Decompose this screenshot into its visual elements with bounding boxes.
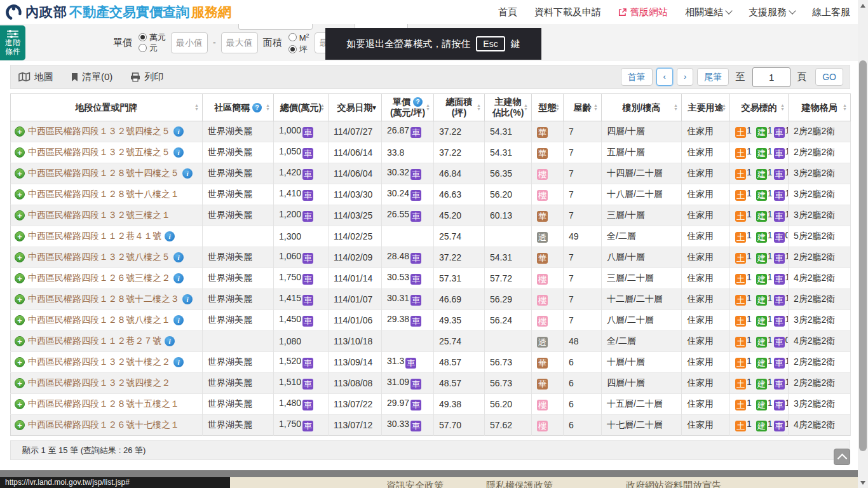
vertical-scrollbar[interactable] [858,0,868,488]
scroll-up-arrow[interactable] [860,4,865,8]
help-icon[interactable]: ? [413,97,423,107]
table-row[interactable]: +中西區民權路四段１３２號三樓之１世界湖美麗1,200車114/03/2526.… [11,205,851,226]
address-link[interactable]: 中西區民權路四段１３２號四樓之２ [28,377,170,389]
info-icon[interactable]: i [173,357,184,367]
saved-list-button[interactable]: 清單(0) [71,71,112,83]
last-page-button[interactable]: 尾筆 [697,68,729,86]
info-icon[interactable]: i [173,315,184,325]
expand-icon[interactable]: + [15,294,25,304]
address-link[interactable]: 中西區民權路四段１２８號十五樓之１ [28,398,179,410]
table-row[interactable]: +中西區民權路四段１２６號三樓之２i世界湖美麗1,750車114/01/1430… [11,268,851,289]
next-page-button[interactable]: › [677,68,693,86]
expand-icon[interactable]: + [15,357,25,367]
first-page-button[interactable]: 首筆 [621,68,653,86]
scroll-down-arrow[interactable] [860,481,865,485]
page-number-input[interactable] [752,67,790,87]
radio-option-wan[interactable]: 萬元 [139,33,166,42]
column-header-total[interactable]: 總價(萬元)▲▼ [274,94,329,121]
radio-selected-icon[interactable] [139,33,147,41]
expand-icon[interactable]: + [15,189,25,200]
table-row[interactable]: +中西區民權路四段１２６號十七樓之１世界湖美麗1,750車113/07/1230… [11,415,851,436]
go-button[interactable]: GO [815,68,843,86]
radio-selected-icon[interactable] [288,45,297,53]
radio-option-ping[interactable]: 坪 [288,45,309,54]
expand-icon[interactable]: + [15,420,25,430]
address-link[interactable]: 中西區民權路四段１２６號十七樓之１ [28,419,179,431]
info-icon[interactable]: i [165,336,175,346]
info-icon[interactable]: i [182,168,193,179]
table-row[interactable]: +中西區民權路四段１３２號五樓之５i世界湖美麗1,050車114/06/1433… [11,142,851,163]
table-row[interactable]: +中西區民權路四段１２８號八樓之１i世界湖美麗1,450車114/01/0629… [11,310,851,331]
unit-price-min-input[interactable] [171,32,208,53]
table-row[interactable]: +中西區民權路四段１２８號十八樓之１世界湖美麗1,410車114/03/3030… [11,184,851,205]
address-link[interactable]: 中西區民權路四段１２８號十八樓之１ [28,189,179,200]
expand-icon[interactable]: + [15,273,25,283]
table-row[interactable]: +中西區民權路四段１３２號四樓之５i世界湖美麗1,000車114/07/2726… [11,121,851,142]
info-icon[interactable]: i [173,252,184,262]
back-to-top-button[interactable] [834,449,850,465]
info-icon[interactable]: i [173,273,184,283]
nav-related-links[interactable]: 相關連結 [685,6,731,18]
address-link[interactable]: 中西區民權路四段１３２號三樓之１ [28,210,170,221]
table-row[interactable]: +中西區民權路四段１３２號八樓之５i世界湖美麗1,060車114/02/0928… [11,247,851,268]
address-link[interactable]: 中西區民權路四段１１２巷２７號 [28,336,161,347]
table-row[interactable]: +中西區民權路四段１３２號十樓之２i世界湖美麗1,520車113/09/1431… [11,352,851,373]
map-view-button[interactable]: 地圖 [18,71,53,83]
column-header-layout[interactable]: 建物格局▲▼ [789,94,851,121]
print-button[interactable]: 列印 [130,71,163,83]
info-icon[interactable]: i [182,294,193,304]
expand-icon[interactable]: + [15,336,25,346]
help-icon[interactable]: ? [252,103,262,112]
prev-page-button[interactable]: ‹ [656,68,673,86]
column-header-address[interactable]: 地段位置或門牌▲▼ [11,94,203,121]
footer-link-open-data[interactable]: 政府網站資料開放宣告 [626,480,721,488]
expand-icon[interactable]: + [15,399,25,409]
address-link[interactable]: 中西區民權路四段１２８號十四樓之５ [28,168,179,179]
expand-icon[interactable]: + [15,168,25,179]
expand-icon[interactable]: + [15,231,25,241]
radio-option-m2[interactable]: M2 [288,31,309,43]
footer-link-security[interactable]: 資訊安全政策 [386,480,444,488]
table-row[interactable]: +中西區民權路四段１１２巷４１號i1,300114/02/2525.74透49全… [11,226,851,247]
table-row[interactable]: +中西區民權路四段１２８號十二樓之３i世界湖美麗1,415車114/01/073… [11,289,851,310]
address-link[interactable]: 中西區民權路四段１２６號三樓之２ [28,273,170,284]
expand-icon[interactable]: + [15,252,25,262]
column-header-type[interactable]: 型態▲▼ [532,94,564,121]
address-link[interactable]: 中西區民權路四段１３２號八樓之５ [28,252,170,263]
address-link[interactable]: 中西區民權路四段１３２號四樓之５ [28,126,170,137]
column-header-date[interactable]: 交易日期▼ [329,94,382,121]
column-header-use[interactable]: 主要用途▲▼ [682,94,730,121]
column-header-ratio[interactable]: 主建物佔比(%)▲▼ [485,94,532,121]
unit-price-max-input[interactable] [221,32,258,53]
info-icon[interactable]: i [173,147,184,158]
nav-old-site[interactable]: 舊版網站 [618,6,668,18]
info-icon[interactable]: i [173,126,184,137]
nav-live-chat[interactable]: 線上客服 [812,6,850,18]
expand-icon[interactable]: + [15,210,25,220]
table-row[interactable]: +中西區民權路四段１３２號四樓之２世界湖美麗1,510車113/08/0831.… [11,373,851,394]
column-header-unit[interactable]: 單價?(萬元/坪)▲▼ [382,94,434,121]
address-link[interactable]: 中西區民權路四段１３２號五樓之５ [28,147,170,158]
nav-home[interactable]: 首頁 [498,6,517,18]
column-header-target[interactable]: 交易標的▲▼ [730,94,789,121]
column-header-floor[interactable]: 樓別/樓高▲▼ [602,94,682,121]
table-row[interactable]: +中西區民權路四段１２８號十四樓之５i世界湖美麗1,420車114/06/043… [11,163,851,184]
footer-link-privacy[interactable]: 隱私權保護政策 [486,480,553,488]
expand-icon[interactable]: + [15,315,25,325]
address-link[interactable]: 中西區民權路四段１１２巷４１號 [28,231,161,242]
radio-icon[interactable] [288,33,297,41]
expand-icon[interactable]: + [15,126,25,137]
address-link[interactable]: 中西區民權路四段１２８號八樓之１ [28,315,170,326]
table-row[interactable]: +中西區民權路四段１１２巷２７號i1,080113/10/1825.74透48全… [11,331,851,352]
nav-download-apply[interactable]: 資料下載及申請 [534,6,601,18]
site-logo[interactable]: 內政部 不動產交易實價查詢 服務網 [5,3,231,21]
advanced-filter-button[interactable]: 進階 條件 [0,25,25,60]
radio-icon[interactable] [139,44,147,52]
column-header-age[interactable]: 屋齡▲▼ [564,94,602,121]
expand-icon[interactable]: + [15,147,25,158]
radio-option-yuan[interactable]: 元 [139,44,166,53]
address-link[interactable]: 中西區民權路四段１３２號十樓之２ [28,356,170,368]
info-icon[interactable]: i [165,231,175,241]
scrollbar-thumb[interactable] [859,60,867,451]
nav-support[interactable]: 支援服務 [749,6,795,18]
